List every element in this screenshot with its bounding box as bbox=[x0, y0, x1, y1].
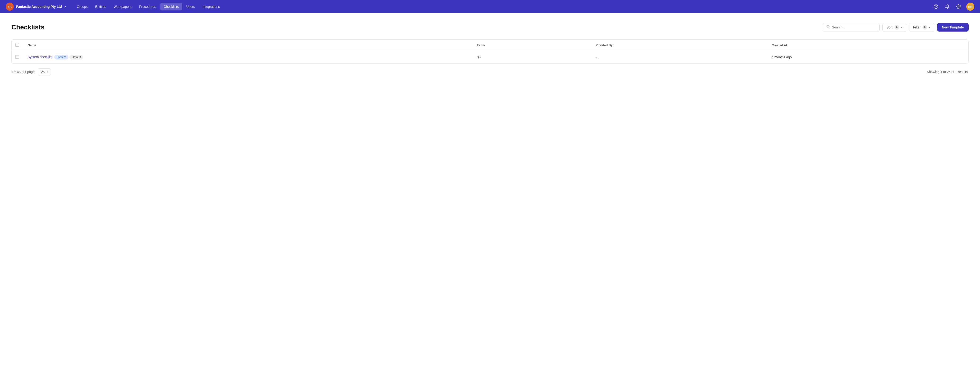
column-header-created-by: Created By bbox=[592, 40, 767, 51]
help-icon[interactable] bbox=[932, 3, 940, 10]
sort-button[interactable]: Sort 0 ▾ bbox=[883, 23, 906, 32]
main-content: Checklists Sort 0 ▾ Filter bbox=[0, 13, 980, 85]
row-checkbox[interactable] bbox=[15, 55, 19, 59]
checklists-table: Name Items Created By Created At System … bbox=[12, 40, 968, 63]
brand-chevron-icon: ▾ bbox=[65, 5, 66, 8]
page-title: Checklists bbox=[11, 24, 45, 31]
rows-per-page-select[interactable]: 25 ▾ bbox=[38, 68, 51, 75]
checklist-name-link[interactable]: System checklist bbox=[28, 55, 52, 59]
sort-chevron-icon: ▾ bbox=[901, 26, 902, 29]
row-name-cell: System checklistSystemDefault bbox=[23, 51, 472, 64]
notifications-icon[interactable] bbox=[943, 3, 951, 10]
pagination-info: Showing 1 to 25 of 1 results bbox=[927, 70, 968, 74]
nav-link-users[interactable]: Users bbox=[183, 3, 199, 10]
header-actions: Sort 0 ▾ Filter 0 ▾ New Template bbox=[823, 23, 969, 32]
nav-links: Groups Entities Workpapers Procedures Ch… bbox=[73, 3, 930, 10]
column-header-name: Name bbox=[23, 40, 472, 51]
nav-link-checklists[interactable]: Checklists bbox=[160, 3, 182, 10]
filter-label: Filter bbox=[913, 26, 921, 29]
nav-link-integrations[interactable]: Integrations bbox=[199, 3, 223, 10]
brand-avatar: FA bbox=[6, 3, 14, 11]
select-all-checkbox[interactable] bbox=[15, 43, 19, 47]
new-template-button[interactable]: New Template bbox=[937, 23, 969, 32]
filter-chevron-icon: ▾ bbox=[929, 26, 930, 29]
brand[interactable]: FA Fantastic Accounting Pty Ltd ▾ bbox=[6, 3, 66, 11]
row-checkbox-cell bbox=[12, 51, 23, 64]
svg-line-4 bbox=[829, 27, 830, 28]
column-header-created-at: Created At bbox=[767, 40, 968, 51]
brand-name: Fantastic Accounting Pty Ltd bbox=[16, 5, 62, 8]
settings-icon[interactable] bbox=[955, 3, 963, 10]
table-footer: Rows per page: 25 ▾ Showing 1 to 25 of 1… bbox=[11, 68, 969, 75]
rows-per-page-value: 25 bbox=[41, 70, 45, 74]
checklists-table-container: Name Items Created By Created At System … bbox=[11, 39, 969, 64]
navbar: FA Fantastic Accounting Pty Ltd ▾ Groups… bbox=[0, 0, 980, 13]
header-checkbox-cell bbox=[12, 40, 23, 51]
row-created-by-cell: - bbox=[592, 51, 767, 64]
row-created-at-cell: 4 months ago bbox=[767, 51, 968, 64]
user-avatar[interactable]: RR bbox=[966, 3, 974, 11]
nav-link-groups[interactable]: Groups bbox=[73, 3, 91, 10]
badge-default: Default bbox=[69, 55, 83, 59]
nav-right: RR bbox=[932, 3, 974, 11]
row-items-cell: 36 bbox=[472, 51, 592, 64]
nav-link-entities[interactable]: Entities bbox=[92, 3, 110, 10]
rows-per-page-chevron-icon: ▾ bbox=[47, 71, 48, 73]
search-icon bbox=[826, 25, 830, 30]
table-header-row: Name Items Created By Created At bbox=[12, 40, 968, 51]
search-input[interactable] bbox=[832, 26, 876, 29]
sort-count: 0 bbox=[894, 25, 899, 30]
search-box[interactable] bbox=[823, 23, 880, 32]
nav-link-workpapers[interactable]: Workpapers bbox=[110, 3, 135, 10]
table-row: System checklistSystemDefault36-4 months… bbox=[12, 51, 968, 64]
badge-system: System bbox=[54, 55, 68, 59]
nav-link-procedures[interactable]: Procedures bbox=[136, 3, 159, 10]
svg-point-2 bbox=[958, 6, 959, 7]
filter-button[interactable]: Filter 0 ▾ bbox=[909, 23, 934, 32]
filter-count: 0 bbox=[923, 25, 927, 30]
svg-point-3 bbox=[827, 26, 829, 28]
page-header: Checklists Sort 0 ▾ Filter bbox=[11, 23, 969, 32]
column-header-items: Items bbox=[472, 40, 592, 51]
rows-per-page-control: Rows per page: 25 ▾ bbox=[12, 68, 51, 75]
sort-label: Sort bbox=[886, 26, 892, 29]
rows-per-page-label: Rows per page: bbox=[12, 70, 35, 74]
